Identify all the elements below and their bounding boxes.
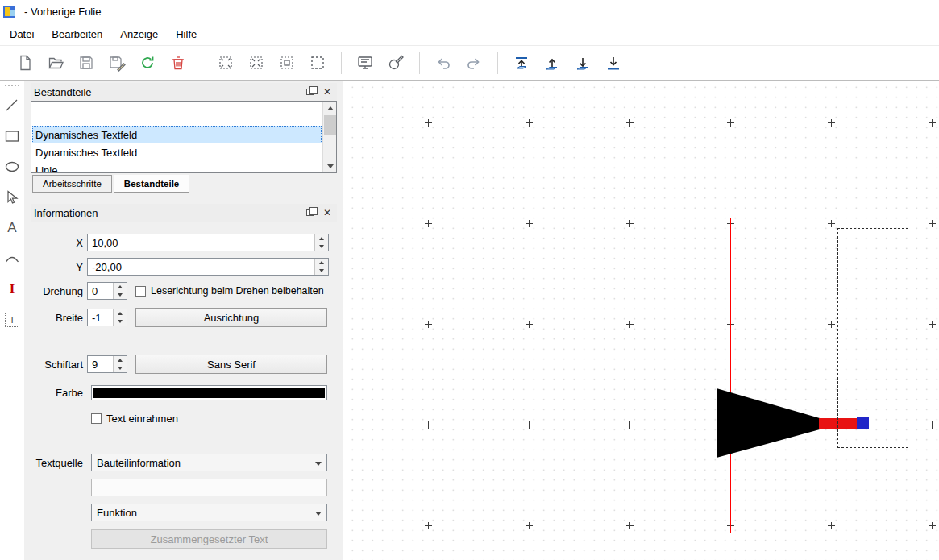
main-toolbar (0, 46, 939, 81)
rectangle-tool-icon[interactable] (2, 127, 22, 146)
text-einrahmen-checkbox[interactable] (91, 413, 102, 424)
schriftart-label: Schiftart (24, 359, 83, 371)
toolbar-separator (497, 52, 498, 74)
text-tool-icon[interactable]: A (2, 218, 22, 238)
zoom-fit-icon[interactable] (275, 51, 299, 75)
menu-hilfe[interactable]: Hilfe (167, 24, 206, 44)
menu-datei[interactable]: Datei (1, 24, 43, 44)
textquelle-row: Textquelle Bauteilinformation (24, 454, 343, 471)
float-panel-icon[interactable] (303, 86, 316, 97)
chevron-down-icon (315, 462, 322, 466)
scrollbar-thumb[interactable] (324, 115, 336, 135)
schriftart-spin-buttons[interactable] (113, 356, 127, 372)
select-tool-icon[interactable] (2, 188, 22, 207)
drehung-spin-buttons[interactable] (113, 283, 127, 299)
breite-label: Breite (24, 312, 83, 324)
drehung-label: Drehung (24, 285, 83, 297)
raise-icon[interactable] (540, 51, 564, 75)
color-picker[interactable] (91, 385, 327, 400)
scroll-down-icon[interactable] (323, 160, 337, 172)
bestandteile-panel-title: Bestandteile ✕ (31, 83, 337, 101)
y-label: Y (24, 261, 83, 273)
ellipse-tool-icon[interactable] (2, 157, 22, 176)
y-input[interactable]: -20,00 (87, 258, 329, 276)
draw-tool-icon[interactable] (384, 51, 408, 75)
leserichtung-checkbox[interactable] (135, 286, 146, 297)
schriftart-input[interactable]: 9 (87, 355, 127, 373)
bestandteile-title-label: Bestandteile (34, 86, 298, 98)
cursor-tool-icon[interactable]: I (2, 280, 22, 299)
textfield-tool-glyph: T (10, 315, 15, 325)
menu-bearbeiten[interactable]: Bearbeiten (43, 24, 111, 44)
subtext-value: _ (97, 483, 102, 492)
subtext-field[interactable]: _ (91, 479, 327, 496)
zoom-original-icon[interactable] (214, 51, 238, 75)
leserichtung-label: Leserichtung beim Drehen beibehalten (151, 285, 324, 297)
presentation-icon[interactable] (353, 51, 377, 75)
canvas-area[interactable] (343, 81, 939, 560)
textquelle-label: Textquelle (24, 457, 83, 469)
color-swatch-fill (93, 388, 325, 398)
x-label: X (24, 237, 83, 249)
close-panel-icon[interactable]: ✕ (321, 86, 334, 97)
reload-icon[interactable] (135, 51, 160, 75)
delete-icon[interactable] (166, 51, 190, 75)
zusammengesetzter-text-button[interactable]: Zusammengesetzter Text (91, 529, 327, 549)
redo-icon[interactable] (462, 51, 486, 75)
y-spin-buttons[interactable] (314, 259, 328, 275)
breite-row: Breite -1 Ausrichtung (24, 308, 343, 327)
dock-area: Bestandteile ✕ Dynamisches Textfeld Dyna… (24, 81, 343, 560)
tool-column: A I T (0, 81, 24, 560)
textquelle-value: Bauteilinformation (97, 457, 181, 469)
line-tool-icon[interactable] (2, 96, 22, 115)
x-input[interactable]: 10,00 (87, 234, 329, 251)
list-scrollbar[interactable] (322, 102, 336, 172)
menu-anzeige[interactable]: Anzeige (111, 24, 167, 44)
breite-spin-buttons[interactable] (113, 309, 127, 326)
y-row: Y -20,00 (24, 258, 343, 276)
scroll-up-icon[interactable] (323, 102, 337, 114)
toolbar-separator (202, 52, 202, 74)
float-panel-icon[interactable] (303, 207, 316, 218)
textfield-tool-icon[interactable]: T (2, 310, 22, 330)
drehung-input[interactable]: 0 (87, 282, 127, 300)
list-item[interactable]: Dynamisches Textfeld (32, 126, 322, 143)
tab-arbeitsschritte[interactable]: Arbeitsschritte (32, 175, 112, 193)
lower-to-bottom-icon[interactable] (601, 51, 625, 75)
funktion-dropdown[interactable]: Funktion (91, 504, 327, 521)
informationen-title-label: Informationen (34, 207, 298, 219)
save-icon[interactable] (74, 51, 98, 75)
zoom-region-icon[interactable] (305, 51, 330, 75)
informationen-panel-title: Informationen ✕ (31, 204, 337, 222)
title-bar: - Vorherige Folie (0, 0, 939, 23)
font-button[interactable]: Sans Serif (135, 355, 327, 374)
x-value: 10,00 (88, 234, 328, 249)
close-panel-icon[interactable]: ✕ (321, 207, 334, 218)
open-file-icon[interactable] (44, 51, 68, 75)
arc-tool-icon[interactable] (2, 249, 22, 268)
raise-to-top-icon[interactable] (509, 51, 534, 75)
menu-bar: Datei Bearbeiten Anzeige Hilfe (0, 23, 939, 46)
toolbar-separator (341, 52, 342, 74)
list-item[interactable]: Dynamisches Textfeld (32, 143, 322, 161)
schriftart-row: Schiftart 9 Sans Serif (24, 355, 343, 374)
textquelle-dropdown[interactable]: Bauteilinformation (91, 454, 327, 471)
drehung-row: Drehung 0 Leserichtung beim Drehen beibe… (24, 282, 343, 300)
x-spin-buttons[interactable] (314, 234, 328, 251)
chevron-down-icon (315, 512, 322, 516)
lower-icon[interactable] (571, 51, 595, 75)
breite-input[interactable]: -1 (87, 309, 127, 326)
new-document-icon[interactable] (13, 51, 37, 75)
toolbar-grip[interactable] (5, 85, 19, 86)
dock-tab-bar: Arbeitsschritte Bestandteile (32, 175, 191, 193)
text-einrahmen-row: Text einrahmen (24, 413, 343, 425)
zoom-selection-icon[interactable] (244, 51, 268, 75)
list-item[interactable]: Linie (32, 161, 322, 173)
save-as-icon[interactable] (105, 51, 129, 75)
y-value: -20,00 (88, 259, 328, 273)
tab-bestandteile[interactable]: Bestandteile (114, 175, 189, 193)
app-icon (3, 5, 17, 19)
funktion-value: Funktion (97, 507, 137, 519)
ausrichtung-button[interactable]: Ausrichtung (135, 308, 327, 327)
undo-icon[interactable] (431, 51, 455, 75)
